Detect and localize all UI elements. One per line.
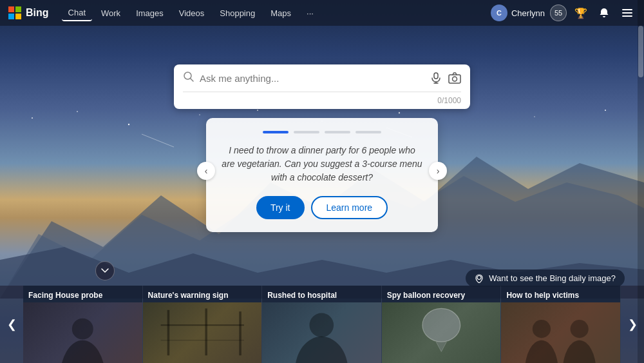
scrollbar-thumb[interactable] — [638, 26, 643, 77]
svg-point-29 — [477, 275, 481, 279]
nav-item-more[interactable]: ··· — [300, 6, 320, 21]
svg-rect-27 — [449, 75, 460, 83]
svg-point-38 — [310, 313, 334, 337]
svg-point-41 — [533, 320, 551, 338]
avatar: C — [491, 5, 507, 21]
microsoft-icon — [8, 6, 22, 20]
news-card-title-2: Rushed to hospital — [262, 286, 381, 302]
brand-logo[interactable]: Bing — [8, 6, 49, 20]
nav-item-images[interactable]: Images — [129, 6, 170, 21]
svg-rect-16 — [15, 6, 21, 12]
brand-name: Bing — [26, 7, 49, 19]
navbar: Bing Chat Work Images Videos Shopping Ma… — [0, 0, 644, 26]
news-card-title-3: Spy balloon recovery — [382, 286, 501, 302]
svg-point-39 — [422, 308, 460, 342]
news-card-1[interactable]: Nature's warning sign — [143, 286, 263, 363]
news-card-2[interactable]: Rushed to hospital — [262, 286, 382, 363]
user-section[interactable]: C Cherlynn — [491, 5, 545, 21]
search-icons — [430, 72, 461, 84]
nav-item-chat[interactable]: Chat — [62, 5, 92, 21]
search-input[interactable] — [200, 73, 430, 84]
nav-item-videos[interactable]: Videos — [173, 6, 211, 21]
suggestion-card: I need to throw a dinner party for 6 peo… — [206, 118, 438, 232]
news-cards: Facing House probe Nature's warning sign — [23, 286, 621, 363]
search-container: 0/1000 — [174, 64, 470, 109]
card-actions: Try it Learn more — [256, 196, 388, 219]
svg-point-43 — [571, 320, 589, 338]
user-name: Cherlynn — [511, 8, 545, 18]
news-card-title-0: Facing House probe — [23, 286, 142, 302]
svg-rect-20 — [622, 12, 632, 14]
svg-rect-21 — [622, 15, 632, 17]
svg-point-40 — [525, 340, 558, 363]
news-row: ❮ Facing House probe Nature's warning si… — [0, 286, 644, 363]
news-card-3[interactable]: Spy balloon recovery — [382, 286, 502, 363]
news-card-title-4: How to help victims — [501, 286, 620, 302]
news-img-figure-3 — [382, 302, 501, 363]
svg-rect-18 — [15, 14, 21, 19]
news-prev-button[interactable]: ❮ — [0, 286, 23, 363]
nav-item-maps[interactable]: Maps — [264, 6, 298, 21]
camera-icon[interactable] — [448, 72, 461, 84]
svg-rect-24 — [434, 73, 438, 79]
news-card-img-3 — [382, 302, 501, 363]
location-icon — [475, 274, 484, 283]
svg-rect-17 — [8, 14, 14, 19]
news-card-0[interactable]: Facing House probe — [23, 286, 143, 363]
search-icon — [183, 71, 194, 85]
svg-point-42 — [563, 340, 596, 363]
bell-icon[interactable] — [595, 4, 613, 22]
news-img-figure-2 — [262, 302, 381, 363]
nav-item-shopping[interactable]: Shopping — [213, 6, 261, 21]
svg-rect-15 — [8, 6, 14, 12]
daily-image-text: Want to see the Bing daily image? — [489, 273, 616, 283]
svg-line-23 — [191, 79, 194, 82]
dot-3[interactable] — [325, 131, 350, 133]
news-card-img-2 — [262, 302, 381, 363]
card-prev-button[interactable]: ‹ — [197, 162, 215, 180]
suggestion-card-wrapper: I need to throw a dinner party for 6 peo… — [206, 109, 438, 232]
daily-image-banner[interactable]: Want to see the Bing daily image? — [466, 270, 625, 287]
nav-right: C Cherlynn 55 🏆 — [491, 4, 636, 22]
news-card-img-1 — [143, 302, 262, 363]
card-dots — [263, 131, 381, 133]
news-img-figure-0 — [23, 302, 142, 363]
nav-item-work[interactable]: Work — [95, 6, 127, 21]
search-top — [174, 64, 470, 92]
news-card-title-1: Nature's warning sign — [143, 286, 262, 302]
svg-point-37 — [295, 337, 348, 363]
trophy-icon[interactable]: 🏆 — [572, 4, 590, 22]
card-next-button[interactable]: › — [429, 162, 447, 180]
scrollbar-track[interactable] — [638, 0, 644, 363]
dot-4[interactable] — [355, 131, 381, 133]
reward-badge[interactable]: 55 — [550, 5, 567, 21]
news-card-img-0 — [23, 302, 142, 363]
learn-more-button[interactable]: Learn more — [311, 196, 388, 219]
svg-point-28 — [453, 77, 457, 81]
char-count: 0/1000 — [174, 92, 470, 109]
dot-2[interactable] — [294, 131, 319, 133]
menu-icon[interactable] — [618, 4, 636, 22]
collapse-button[interactable] — [95, 261, 115, 280]
news-img-figure-4 — [501, 302, 620, 363]
mic-icon[interactable] — [430, 72, 442, 84]
news-card-4[interactable]: How to help victims — [501, 286, 621, 363]
dot-1[interactable] — [263, 131, 289, 133]
svg-point-30 — [60, 340, 106, 363]
suggestion-text: I need to throw a dinner party for 6 peo… — [222, 144, 422, 184]
news-img-figure-1 — [143, 302, 262, 363]
svg-rect-19 — [622, 9, 632, 10]
try-it-button[interactable]: Try it — [256, 196, 305, 219]
svg-point-31 — [72, 319, 93, 340]
news-card-img-4 — [501, 302, 620, 363]
